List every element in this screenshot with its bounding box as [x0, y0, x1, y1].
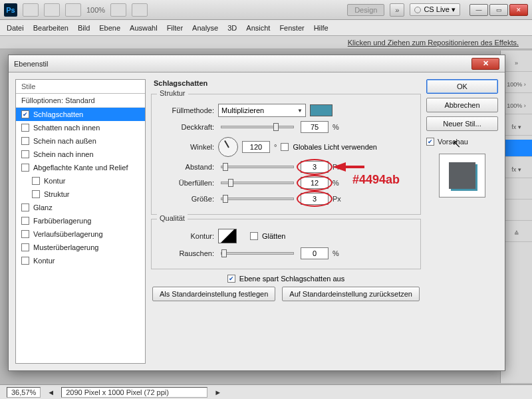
style-item[interactable]: Kontur — [16, 254, 145, 267]
style-item[interactable]: Struktur — [16, 188, 145, 201]
opacity-label: Deckkraft: — [158, 123, 214, 131]
menu-item[interactable]: Auswahl — [130, 24, 158, 32]
window-minimize-button[interactable]: — — [469, 4, 488, 16]
style-checkbox[interactable] — [21, 110, 29, 118]
menu-item[interactable]: Hilfe — [314, 24, 329, 32]
fill-options-item[interactable]: Fülloptionen: Standard — [16, 94, 145, 108]
scroll-left-icon[interactable]: ◄ — [47, 388, 55, 396]
style-item[interactable]: Musterüberlagerung — [16, 241, 145, 254]
panel-row[interactable]: » — [501, 55, 532, 72]
style-checkbox[interactable] — [21, 164, 29, 172]
menu-item[interactable]: 3D — [227, 24, 237, 32]
tool-button[interactable] — [65, 3, 81, 17]
style-item[interactable]: Abgeflachte Kante und Relief — [16, 161, 145, 174]
workspace-design-button[interactable]: Design — [347, 4, 384, 16]
style-checkbox[interactable] — [21, 124, 29, 132]
menu-item[interactable]: Bild — [78, 24, 90, 32]
angle-dial[interactable] — [218, 137, 238, 157]
app-toolbar: Ps 100% Design » CS Live ▾ — ▭ ✕ — [0, 0, 532, 20]
contour-picker[interactable] — [218, 229, 237, 243]
style-label: Schein nach außen — [33, 137, 96, 145]
preview-checkbox[interactable] — [426, 138, 434, 146]
style-checkbox[interactable] — [32, 190, 40, 198]
menu-item[interactable]: Analyse — [192, 24, 218, 32]
blend-mode-select[interactable]: Multiplizieren▼ — [218, 104, 306, 117]
scroll-right-icon[interactable]: ► — [214, 388, 221, 396]
noise-input[interactable]: 0 — [301, 247, 329, 259]
panel-row[interactable] — [501, 182, 532, 200]
style-checkbox[interactable] — [21, 217, 29, 225]
panel-row[interactable]: 100% › — [501, 97, 532, 114]
noise-unit: % — [332, 249, 339, 257]
panel-row[interactable]: fx ▾ — [501, 118, 532, 136]
spread-input[interactable]: 12 — [301, 177, 329, 189]
global-light-checkbox[interactable] — [281, 143, 289, 151]
opacity-unit: % — [332, 123, 339, 131]
style-label: Schatten nach innen — [33, 124, 100, 132]
panel-row[interactable] — [501, 203, 532, 221]
menu-item[interactable]: Ansicht — [246, 24, 270, 32]
style-checkbox[interactable] — [21, 243, 29, 251]
menu-item[interactable]: Fenster — [279, 24, 304, 32]
size-input[interactable]: 3 — [301, 193, 329, 205]
menu-item[interactable]: Filter — [167, 24, 183, 32]
options-hint: Klicken und Ziehen zum Repositionieren d… — [0, 36, 532, 49]
status-zoom[interactable]: 36,57% — [7, 387, 41, 398]
ok-button[interactable]: OK — [426, 79, 498, 94]
style-label: Schein nach innen — [33, 150, 94, 158]
style-item[interactable]: Schlagschatten — [16, 108, 145, 121]
distance-label: Abstand: — [158, 163, 214, 171]
dialog-titlebar[interactable]: Ebenenstil ✕ — [9, 55, 505, 72]
tool-button[interactable] — [44, 3, 60, 17]
panel-row[interactable] — [501, 140, 532, 157]
style-item[interactable]: Schein nach innen — [16, 148, 145, 161]
style-item[interactable]: Verlaufsüberlagerung — [16, 227, 145, 241]
cs-live-button[interactable]: CS Live ▾ — [410, 3, 460, 16]
tool-button[interactable] — [132, 3, 148, 17]
style-checkbox[interactable] — [21, 137, 29, 145]
size-slider[interactable] — [221, 198, 294, 200]
style-item[interactable]: Schein nach außen — [16, 134, 145, 148]
style-checkbox[interactable] — [21, 257, 29, 265]
reset-default-button[interactable]: Auf Standardeinstellung zurücksetzen — [282, 287, 420, 301]
menu-item[interactable]: Datei — [7, 24, 24, 32]
panel-row[interactable]: fx ▾ — [501, 161, 532, 178]
noise-slider[interactable] — [221, 252, 294, 255]
statusbar: 36,57% ◄ 2090 Pixel x 1000 Pixel (72 ppi… — [0, 384, 532, 399]
knockout-checkbox[interactable] — [227, 275, 235, 283]
window-maximize-button[interactable]: ▭ — [489, 4, 508, 16]
style-item[interactable]: Kontur — [16, 174, 145, 188]
make-default-button[interactable]: Als Standardeinstellung festlegen — [152, 287, 275, 301]
antialias-checkbox[interactable] — [250, 232, 258, 240]
window-close-button[interactable]: ✕ — [509, 4, 528, 16]
style-item[interactable]: Glanz — [16, 201, 145, 214]
opacity-input[interactable]: 75 — [301, 121, 329, 133]
opacity-slider[interactable] — [221, 126, 294, 128]
cancel-button[interactable]: Abbrechen — [426, 98, 498, 112]
preview-label: Vorschau — [438, 138, 468, 146]
panel-row[interactable]: 100% › — [501, 76, 532, 93]
new-style-button[interactable]: Neuer Stil... — [426, 116, 498, 131]
shadow-color-swatch[interactable] — [310, 104, 332, 116]
size-label: Größe: — [158, 195, 214, 203]
spread-slider[interactable] — [221, 182, 294, 184]
style-checkbox[interactable] — [21, 150, 29, 158]
menu-item[interactable]: Bearbeiten — [33, 24, 68, 32]
distance-input[interactable]: 3 — [301, 161, 329, 173]
style-checkbox[interactable] — [21, 230, 29, 238]
distance-slider[interactable] — [221, 166, 294, 168]
menu-item[interactable]: Ebene — [99, 24, 120, 32]
styles-header[interactable]: Stile — [16, 80, 145, 94]
workspace-next-icon[interactable]: » — [390, 3, 404, 17]
style-checkbox[interactable] — [21, 203, 29, 211]
style-item[interactable]: Schatten nach innen — [16, 121, 145, 134]
tool-button[interactable] — [110, 3, 126, 17]
angle-input[interactable]: 120 — [242, 141, 270, 153]
dialog-close-button[interactable]: ✕ — [471, 58, 499, 70]
tool-button[interactable] — [23, 3, 39, 17]
style-checkbox[interactable] — [32, 177, 40, 185]
style-item[interactable]: Farbüberlagerung — [16, 214, 145, 227]
panel-row[interactable]: ≙ — [501, 225, 532, 242]
group-quality-title: Qualität — [157, 214, 188, 222]
style-label: Verlaufsüberlagerung — [33, 230, 103, 238]
